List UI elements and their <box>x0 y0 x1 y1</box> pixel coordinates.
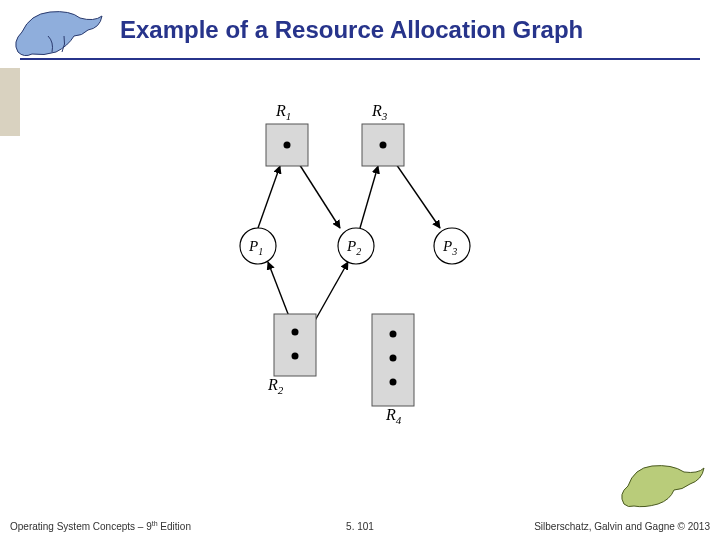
instance-R2-0 <box>292 329 299 336</box>
resource-R2 <box>274 314 316 376</box>
label-R1: R1 <box>275 102 291 122</box>
label-R2: R2 <box>267 376 284 396</box>
label-R3: R3 <box>371 102 388 122</box>
slide: Example of a Resource Allocation Graph R… <box>0 0 720 540</box>
instance-R4-2 <box>390 379 397 386</box>
label-R4: R4 <box>385 406 402 426</box>
instance-R4-1 <box>390 355 397 362</box>
footer: Operating System Concepts – 9th Edition … <box>0 514 720 540</box>
dinosaur-header-icon <box>10 2 110 60</box>
footer-right: Silberschatz, Galvin and Gagne © 2013 <box>534 521 710 532</box>
side-accent <box>0 68 20 136</box>
instance-R3-0 <box>380 142 387 149</box>
slide-title: Example of a Resource Allocation Graph <box>120 16 583 44</box>
instance-R2-1 <box>292 353 299 360</box>
dinosaur-footer-icon <box>618 458 708 512</box>
title-underline <box>20 58 700 60</box>
resource-allocation-graph: R1R3R2R4P1P2P3 <box>200 100 520 440</box>
edge-P2-R3 <box>360 166 378 228</box>
edge-P1-R1 <box>258 166 280 228</box>
instance-R4-0 <box>390 331 397 338</box>
instance-R1-0 <box>284 142 291 149</box>
